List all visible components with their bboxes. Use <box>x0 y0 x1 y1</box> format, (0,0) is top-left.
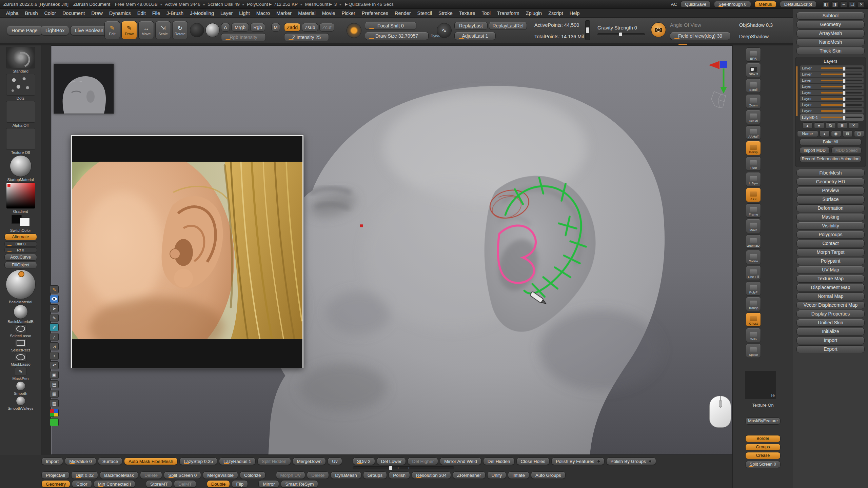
double-button[interactable]: Double <box>207 480 230 488</box>
menu-preferences[interactable]: Preferences <box>358 10 391 17</box>
alpha-off-thumb[interactable] <box>6 101 35 123</box>
section-subtool[interactable]: Subtool <box>796 12 865 20</box>
import-mdd-button[interactable]: Import MDD <box>800 147 830 154</box>
crease-button[interactable]: Crease <box>745 452 781 459</box>
menu-light[interactable]: Light <box>236 10 253 17</box>
layer-duplicate-icon[interactable]: ⧉ <box>826 122 836 129</box>
zcut-button[interactable]: Zcut <box>319 23 334 32</box>
texture-thumbnail[interactable]: Te <box>745 371 776 399</box>
accucurve-button[interactable]: AccuCurve <box>4 254 37 261</box>
storemt-button[interactable]: StoreMT <box>146 480 172 488</box>
fillobject-button[interactable]: FillObject <box>4 262 37 268</box>
del-higher-button[interactable]: Del Higher <box>408 458 438 465</box>
delete-button[interactable]: Delete <box>140 471 162 479</box>
gravity-strength-label[interactable]: Gravity Strength 0 <box>597 25 637 30</box>
shelf-xyz-button[interactable]: XYZ <box>746 188 761 202</box>
channel-a-button[interactable]: A <box>221 23 230 32</box>
section-displacement-map[interactable]: Displacement Map <box>796 284 865 291</box>
resolution-304-button[interactable]: Resolution 304 <box>412 471 451 479</box>
trash-icon[interactable]: ▣ <box>50 371 59 379</box>
layer-slider[interactable] <box>821 74 862 75</box>
uv-button[interactable]: Uv <box>328 458 342 465</box>
live-boolean-button[interactable]: Live Boolean <box>70 26 108 35</box>
menu-alpha[interactable]: Alpha <box>3 10 22 17</box>
min-connected-l-button[interactable]: Min Connected l <box>94 480 136 488</box>
mirror-button[interactable]: Mirror <box>258 480 279 488</box>
flip-button[interactable]: Flip <box>232 480 248 488</box>
material-basicmaterialb[interactable]: BasicMaterialB <box>0 305 41 324</box>
section-arraymesh[interactable]: ArrayMesh <box>796 29 865 37</box>
shelf-floor-button[interactable]: Floor <box>746 157 761 171</box>
smoothvalleys-icon[interactable] <box>16 396 25 406</box>
smooth-icon[interactable] <box>16 381 25 391</box>
palette-slot-dots[interactable]: Dots <box>0 74 41 100</box>
polish-by-groups-button[interactable]: Polish By Groups <box>606 458 656 465</box>
color-button[interactable]: Color <box>72 480 92 488</box>
obj-shadow-slider[interactable]: ObjShadow 0.3 <box>739 22 773 28</box>
menu-picker[interactable]: Picker <box>338 10 358 17</box>
menu-marker[interactable]: Marker <box>273 10 295 17</box>
menu-j-modeling[interactable]: J-Modeling <box>187 10 217 17</box>
layout-right-icon[interactable]: ◨ <box>831 1 838 7</box>
section-surface[interactable]: Surface <box>796 196 865 203</box>
sdiv-slider-track[interactable]: ◂▸ <box>353 466 454 469</box>
texture-on-label[interactable]: Texture On <box>733 403 793 408</box>
scale-button[interactable]: ⇲ Scale <box>155 21 171 39</box>
layer-row-1[interactable]: Layer <box>800 72 864 77</box>
shelf-ghost-button[interactable]: Ghost <box>746 312 761 327</box>
blur-0-slider[interactable]: Blur 0 <box>4 241 37 247</box>
split-screen-slider[interactable]: Split Screen 0 <box>745 461 781 468</box>
colorize-button[interactable]: Colorize <box>240 471 265 479</box>
tool-smoothvalleys[interactable]: SmoothValleys <box>0 396 41 410</box>
section-vector-displacement-map[interactable]: Vector Displacement Map <box>796 301 865 309</box>
border-button[interactable]: Border <box>745 435 781 442</box>
section-import[interactable]: Import <box>796 337 865 344</box>
palette-slot-texture-off[interactable]: Texture Off <box>0 128 41 155</box>
section-unified-skin[interactable]: Unified Skin <box>796 319 865 327</box>
gravity-strength-slider[interactable] <box>597 33 645 35</box>
menu-macro[interactable]: Macro <box>253 10 273 17</box>
menu-texture[interactable]: Texture <box>456 10 478 17</box>
layer-record-icon[interactable]: ● <box>820 130 830 137</box>
section-initialize[interactable]: Initialize <box>796 328 865 336</box>
shelf-move-button[interactable]: Move <box>746 219 761 233</box>
stroke-replay-icon[interactable]: ∿ <box>437 23 452 38</box>
bake-all-button[interactable]: Bake All <box>800 139 862 145</box>
section-contact[interactable]: Contact <box>796 240 865 247</box>
layer-name-button[interactable]: Name <box>797 130 818 137</box>
line-tool-icon[interactable]: ∕ <box>50 333 59 341</box>
tool-smooth[interactable]: Smooth <box>0 381 41 395</box>
inflate-button[interactable]: Inflate <box>508 471 529 479</box>
mergedown-button[interactable]: MergeDown <box>293 458 326 465</box>
groups-button[interactable]: Groups <box>363 471 387 479</box>
replay-last-button[interactable]: ReplayLast <box>454 22 488 30</box>
select-cursor-icon[interactable]: ➤ <box>50 304 59 312</box>
layer-row-6[interactable]: Layer <box>800 102 864 107</box>
mdd-speed-button[interactable]: MDD Speed <box>831 147 862 154</box>
import-button[interactable]: Import <box>41 458 63 465</box>
note-icon[interactable]: ▧ <box>50 399 59 407</box>
section-geometry[interactable]: Geometry <box>796 21 865 28</box>
green-swatch[interactable] <box>50 418 59 426</box>
layer-slider[interactable] <box>821 67 862 69</box>
color-grid-swatch[interactable] <box>50 409 59 417</box>
screen-grab-icon[interactable]: ▤ <box>50 380 59 388</box>
shelf-rotate-button[interactable]: Rotate <box>746 250 761 264</box>
layer-row-selected[interactable]: Layer0-1 <box>800 114 864 121</box>
brush-preview-icon[interactable] <box>190 23 204 37</box>
menu-material[interactable]: Material <box>295 10 319 17</box>
marker-pen-icon[interactable]: ✎ <box>50 285 59 293</box>
layer-delete-icon[interactable]: ✕ <box>849 122 859 129</box>
geometry-button[interactable]: Geometry <box>41 480 70 488</box>
edit-button[interactable]: ✎ Edit <box>104 21 120 39</box>
toggle-dot-icon[interactable] <box>597 460 600 463</box>
layer-row-7[interactable]: Layer <box>800 108 864 114</box>
record-deformation-button[interactable]: Record Deformation Animation <box>800 156 862 162</box>
paint-pen-icon[interactable]: ✐ <box>50 323 59 331</box>
dots-thumb[interactable] <box>6 74 35 96</box>
layer-split-icon[interactable]: ◫ <box>854 130 864 137</box>
menu-zplugin[interactable]: Zplugin <box>522 10 545 17</box>
section-morph-target[interactable]: Morph Target <box>796 248 865 256</box>
section-thick-skin[interactable]: Thick Skin <box>796 47 865 55</box>
layer-row-0[interactable]: Layer <box>800 65 864 71</box>
